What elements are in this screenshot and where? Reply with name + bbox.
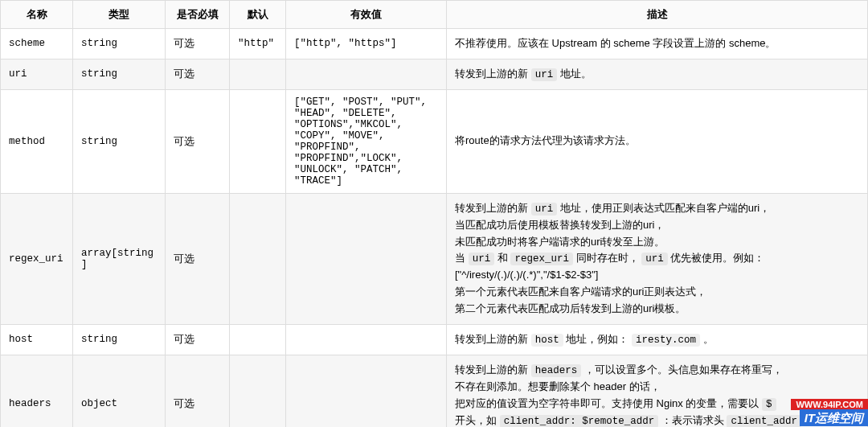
cell-type: string bbox=[73, 324, 166, 355]
inline-code: iresty.com bbox=[632, 334, 700, 347]
col-header-required: 是否必填 bbox=[166, 1, 230, 29]
cell-type: array[string] bbox=[73, 193, 166, 324]
cell-values bbox=[286, 193, 447, 324]
cell-values: ["http", "https"] bbox=[286, 29, 447, 60]
cell-desc: 转发到上游的新 host 地址，例如： iresty.com 。 bbox=[447, 324, 868, 355]
cell-default bbox=[230, 59, 286, 89]
cell-desc: 转发到上游的新 uri 地址，使用正则表达式匹配来自客户端的uri，当匹配成功后… bbox=[447, 193, 868, 324]
inline-code: uri bbox=[469, 253, 495, 265]
table-row: schemestring可选"http"["http", "https"]不推荐… bbox=[1, 29, 868, 60]
col-header-values: 有效值 bbox=[286, 1, 447, 29]
table-row: regex_uriarray[string]可选转发到上游的新 uri 地址，使… bbox=[1, 193, 868, 324]
col-header-name: 名称 bbox=[1, 1, 73, 29]
watermark-brand: IT运维空间 bbox=[800, 409, 868, 426]
table-row: hoststring可选转发到上游的新 host 地址，例如： iresty.c… bbox=[1, 324, 868, 355]
cell-name: method bbox=[1, 89, 73, 193]
cell-type: object bbox=[73, 355, 166, 427]
table-row: methodstring可选["GET", "POST", "PUT", "HE… bbox=[1, 89, 868, 193]
cell-required: 可选 bbox=[166, 29, 230, 60]
col-header-default: 默认 bbox=[230, 1, 286, 29]
cell-name: uri bbox=[1, 59, 73, 89]
cell-desc: 不推荐使用。应该在 Upstream 的 scheme 字段设置上游的 sche… bbox=[447, 29, 868, 60]
cell-name: scheme bbox=[1, 29, 73, 60]
inline-code: uri bbox=[531, 203, 558, 216]
cell-name: host bbox=[1, 324, 73, 355]
cell-default: "http" bbox=[230, 29, 286, 60]
cell-required: 可选 bbox=[166, 59, 230, 89]
cell-type: string bbox=[73, 29, 166, 60]
table-row: headersobject可选转发到上游的新 headers ，可以设置多个。头… bbox=[1, 355, 868, 427]
cell-required: 可选 bbox=[166, 324, 230, 355]
cell-default bbox=[230, 89, 286, 193]
col-header-desc: 描述 bbox=[447, 1, 868, 29]
cell-required: 可选 bbox=[166, 89, 230, 193]
cell-default bbox=[230, 324, 286, 355]
cell-type: string bbox=[73, 59, 166, 89]
inline-code: headers bbox=[531, 364, 582, 377]
cell-default bbox=[230, 193, 286, 324]
cell-type: string bbox=[73, 89, 166, 193]
inline-code: $ bbox=[762, 398, 776, 411]
inline-code: client_addr: $remote_addr bbox=[500, 415, 659, 427]
cell-default bbox=[230, 355, 286, 427]
cell-name: headers bbox=[1, 355, 73, 427]
cell-required: 可选 bbox=[166, 193, 230, 324]
table-row: uristring可选转发到上游的新 uri 地址。 bbox=[1, 59, 868, 89]
inline-code: uri bbox=[641, 253, 668, 265]
cell-values: ["GET", "POST", "PUT", "HEAD", "DELETE",… bbox=[286, 89, 447, 193]
params-table: 名称 类型 是否必填 默认 有效值 描述 schemestring可选"http… bbox=[0, 0, 868, 427]
cell-desc: 将route的请求方法代理为该请求方法。 bbox=[447, 89, 868, 193]
inline-code: client_addr bbox=[727, 415, 801, 427]
inline-code: uri bbox=[531, 68, 558, 81]
cell-name: regex_uri bbox=[1, 193, 73, 324]
watermark: WWW.94IP.COM IT运维空间 bbox=[791, 398, 868, 425]
cell-required: 可选 bbox=[166, 355, 230, 427]
inline-code: regex_uri bbox=[510, 253, 573, 265]
cell-values bbox=[286, 355, 447, 427]
cell-desc: 转发到上游的新 uri 地址。 bbox=[447, 59, 868, 89]
inline-code: host bbox=[531, 334, 563, 347]
cell-values bbox=[286, 59, 447, 89]
col-header-type: 类型 bbox=[73, 1, 166, 29]
table-header-row: 名称 类型 是否必填 默认 有效值 描述 bbox=[1, 1, 868, 29]
cell-values bbox=[286, 324, 447, 355]
